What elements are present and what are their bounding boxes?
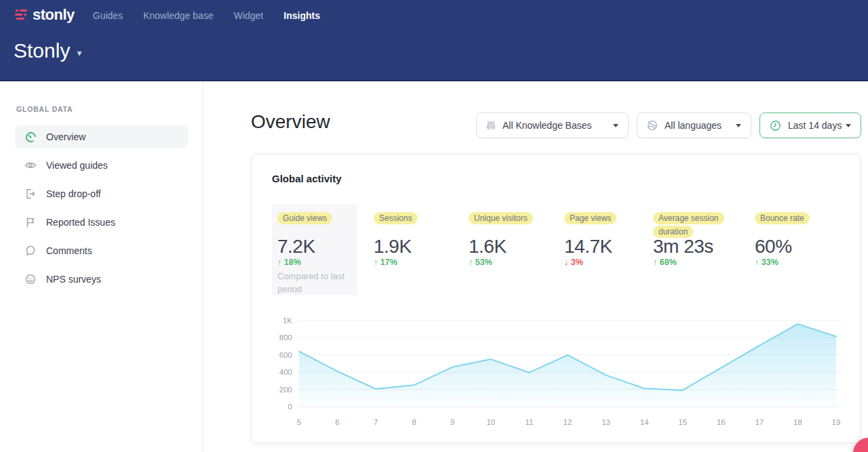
activity-chart: 02004006008001K5678910111213141516171819 [272,316,845,434]
metric-note: Compared to last period [277,270,349,295]
chart-x-label: 18 [793,418,802,426]
metric-label: Page views [564,212,616,224]
sidebar-section-label: GLOBAL DATA [16,105,203,113]
metric-label: Average session duration [653,212,724,238]
sidebar-item-step-drop-off[interactable]: Step drop-off [15,182,188,205]
chart-y-label: 1K [283,316,292,325]
chevron-down-icon [846,124,851,127]
page-title: Overview [251,111,330,133]
nav-insights[interactable]: Insights [283,10,320,21]
chart-x-label: 16 [717,418,726,426]
language-filter[interactable]: All languages [637,112,751,138]
metric-value: 1.6K [469,236,507,258]
filter-label: Last 14 days [788,120,842,131]
metric-change: ↑ 53% [469,258,492,267]
sliders-icon [486,121,496,130]
sidebar-item-label: NPS surveys [46,274,101,285]
chart-y-label: 0 [288,403,292,411]
nav-widget[interactable]: Widget [234,10,264,21]
sidebar: GLOBAL DATA Overview Viewed guides Step … [0,81,203,452]
metric-value: 1.9K [374,236,412,258]
chevron-down-icon [613,124,618,127]
arrow-up-icon: ↑ [374,258,378,267]
metric-avg-session-duration[interactable]: Average session duration 3m 23s ↑ 68% [653,209,744,293]
global-activity-card: Global activity Guide views 7.2K ↑ 18% C… [251,154,861,443]
chart-area [299,324,836,407]
step-exit-icon [24,188,37,200]
activity-chart-svg: 02004006008001K5678910111213141516171819 [272,316,845,434]
metric-change: ↓ 3% [564,258,583,267]
chart-x-label: 17 [755,418,764,426]
metric-change: ↑ 68% [653,258,677,267]
chart-x-label: 10 [486,418,495,426]
sidebar-item-label: Viewed guides [46,160,108,171]
filter-label: All Knowledge Bases [502,120,592,131]
metric-value: 7.2K [277,236,315,258]
metric-guide-views[interactable]: Guide views 7.2K ↑ 18% Compared to last … [277,209,368,293]
filter-label: All languages [665,120,722,131]
chart-y-label: 800 [279,333,292,342]
brand-name: stonly [33,6,75,24]
sidebar-item-reported-issues[interactable]: Reported Issues [15,211,188,234]
metric-value: 3m 23s [653,236,713,258]
nav-knowledge-base[interactable]: Knowledge base [143,10,214,21]
metric-value: 14.7K [564,236,612,258]
workspace-switcher[interactable]: Stonly ▾ [14,39,81,62]
sidebar-item-comments[interactable]: Comments [15,239,188,262]
sidebar-item-nps-surveys[interactable]: NPS surveys [15,268,188,291]
comment-icon [24,245,37,257]
metric-bounce-rate[interactable]: Bounce rate 60% ↑ 33% [755,209,846,293]
chart-x-label: 7 [374,418,378,426]
arrow-up-icon: ↑ [755,258,759,267]
top-nav: stonly Guides Knowledge base Widget Insi… [0,0,868,23]
chart-x-label: 12 [564,418,572,426]
chart-x-label: 13 [601,418,610,426]
app-header: stonly Guides Knowledge base Widget Insi… [0,0,868,81]
gauge-icon [24,131,37,143]
metric-label: Bounce rate [755,212,810,224]
chart-y-label: 600 [279,351,292,359]
clock-icon [770,120,781,131]
chevron-down-icon [736,124,741,127]
stonly-logo-icon [15,9,28,20]
metric-sessions[interactable]: Sessions 1.9K ↑ 17% [374,209,465,293]
sidebar-item-viewed-guides[interactable]: Viewed guides [15,154,188,177]
chart-x-label: 8 [412,418,416,426]
sidebar-item-overview[interactable]: Overview [15,125,188,148]
primary-nav: Guides Knowledge base Widget Insights [93,10,320,21]
stonly-logo[interactable]: stonly [15,6,75,24]
arrow-up-icon: ↑ [469,258,473,267]
arrow-up-icon: ↑ [653,258,657,267]
flag-icon [24,216,37,228]
date-range-filter[interactable]: Last 14 days [760,112,861,138]
sidebar-item-label: Reported Issues [46,217,115,228]
nav-guides[interactable]: Guides [93,10,123,21]
chevron-down-icon: ▾ [77,47,81,58]
metric-change: ↑ 18% [277,258,301,267]
chart-x-label: 11 [525,418,533,426]
smiley-icon [24,273,37,285]
knowledge-base-filter[interactable]: All Knowledge Bases [476,112,629,138]
chart-y-label: 200 [279,386,292,394]
metric-page-views[interactable]: Page views 14.7K ↓ 3% [564,209,655,293]
filter-bar: All Knowledge Bases All languages Last 1… [476,112,861,138]
chart-x-label: 19 [832,418,841,426]
metric-value: 60% [755,236,792,258]
arrow-up-icon: ↑ [277,258,281,267]
arrow-down-icon: ↓ [564,258,568,267]
metric-unique-visitors[interactable]: Unique visitors 1.6K ↑ 53% [469,209,559,293]
workspace-name: Stonly [14,39,70,62]
metric-label: Guide views [277,212,332,224]
chart-x-label: 6 [335,418,339,426]
chart-x-label: 15 [678,418,687,426]
sidebar-item-label: Overview [46,131,85,142]
metric-label: Unique visitors [469,212,533,224]
chart-x-label: 5 [297,418,301,426]
chart-x-label: 9 [450,418,454,426]
card-title: Global activity [272,173,342,184]
chart-x-label: 14 [640,418,649,426]
sidebar-item-label: Comments [46,245,92,256]
sidebar-item-label: Step drop-off [46,188,101,199]
globe-icon [647,120,658,131]
metric-label: Sessions [374,212,418,224]
